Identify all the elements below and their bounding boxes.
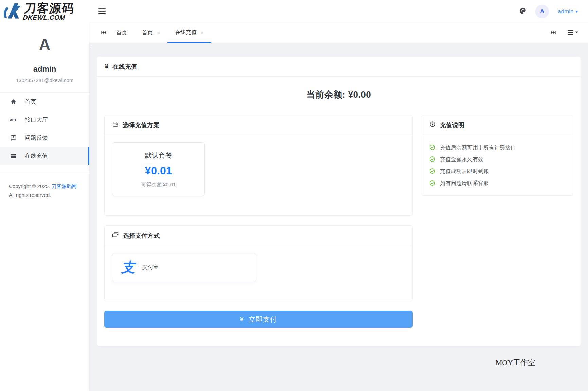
svg-text:?: ? bbox=[12, 136, 14, 139]
tab-label: 首页 bbox=[142, 29, 153, 36]
brand-title: 刀客源码 bbox=[23, 2, 75, 14]
check-circle-icon bbox=[429, 168, 435, 175]
copyright-link[interactable]: 刀客源码网 bbox=[51, 183, 77, 189]
api-icon: API bbox=[10, 118, 17, 122]
wallet-icon bbox=[112, 121, 119, 129]
payment-section: 选择支付方式 支 支付宝 bbox=[104, 225, 413, 301]
pay-now-label: 立即支付 bbox=[249, 314, 277, 324]
user-name: admin bbox=[558, 8, 573, 15]
payment-method-name: 支付宝 bbox=[142, 264, 159, 271]
tab-label: 首页 bbox=[116, 29, 127, 36]
plan-section: 选择充值方案 默认套餐 ¥0.01 可得余额 ¥0.01 bbox=[104, 115, 413, 216]
sidebar-item-feedback[interactable]: ? 问题反馈 bbox=[0, 129, 89, 147]
copyright-rights: All rights reserved. bbox=[9, 192, 51, 198]
sidebar: A admin 1302357281@dkewl.com 首页 API 接口大厅 bbox=[0, 23, 89, 391]
plan-description: 可得余额 ¥0.01 bbox=[141, 182, 176, 188]
recharge-card: ¥ 在线充值 当前余额: ¥0.00 bbox=[97, 57, 581, 346]
note-text: 如有问题请联系客服 bbox=[440, 180, 489, 187]
pay-now-button[interactable]: ¥ 立即支付 bbox=[104, 311, 413, 328]
header-avatar-letter: A bbox=[540, 8, 544, 15]
menu-caret-icon bbox=[568, 30, 578, 36]
note-text: 充值后余额可用于所有计费接口 bbox=[440, 144, 516, 151]
chevron-down-icon: ▾ bbox=[575, 9, 578, 14]
sidebar-avatar: A bbox=[0, 37, 89, 52]
sidebar-item-label: 接口大厅 bbox=[25, 116, 48, 124]
user-dropdown[interactable]: admin ▾ bbox=[558, 8, 578, 15]
note-item: 充值后余额可用于所有计费接口 bbox=[429, 142, 565, 154]
rewind-icon bbox=[101, 30, 107, 36]
close-icon[interactable]: × bbox=[201, 30, 204, 35]
plan-name: 默认套餐 bbox=[145, 151, 172, 160]
yen-icon: ¥ bbox=[240, 316, 243, 323]
header-avatar[interactable]: A bbox=[535, 5, 549, 18]
brand-text: 刀客源码 DKEWL.COM bbox=[23, 2, 75, 21]
notes-section: 充值说明 充值后余额可用于所有计费接口 bbox=[422, 115, 573, 196]
app-window: 刀客源码 DKEWL.COM bbox=[0, 0, 588, 391]
page-title: 在线充值 bbox=[112, 63, 137, 71]
sidebar-item-home[interactable]: 首页 bbox=[0, 93, 89, 111]
check-circle-icon bbox=[429, 156, 435, 164]
home-icon bbox=[10, 99, 17, 105]
recharge-card-body: 当前余额: ¥0.00 bbox=[97, 76, 581, 346]
collapse-handle-icon[interactable]: = bbox=[90, 44, 92, 49]
copyright-text: Copyright © 2025. bbox=[9, 183, 50, 189]
notes-section-header: 充值说明 bbox=[422, 115, 573, 135]
sidebar-user-block: A admin 1302357281@dkewl.com bbox=[0, 23, 89, 83]
recharge-card-header: ¥ 在线充值 bbox=[97, 57, 581, 76]
info-icon bbox=[429, 121, 436, 129]
feedback-icon: ? bbox=[10, 135, 17, 141]
sidebar-menu: 首页 API 接口大厅 ? 问题反馈 bbox=[0, 93, 89, 165]
plan-price: ¥0.01 bbox=[145, 165, 172, 177]
brand-domain: DKEWL.COM bbox=[23, 14, 74, 21]
tabs-scroll-left-button[interactable] bbox=[101, 30, 107, 36]
palette-icon bbox=[519, 7, 527, 16]
credit-card-icon bbox=[10, 153, 17, 159]
current-balance: 当前余额: ¥0.00 bbox=[104, 76, 573, 115]
top-header: A admin ▾ bbox=[89, 0, 588, 23]
tab-recharge-active[interactable]: 在线充值 × bbox=[167, 23, 211, 43]
header-logo-area: 刀客源码 DKEWL.COM bbox=[0, 0, 89, 23]
studio-watermark: MOY工作室 bbox=[97, 358, 535, 368]
note-text: 充值成功后即时到账 bbox=[440, 168, 489, 175]
note-item: 充值金额永久有效 bbox=[429, 154, 565, 166]
sidebar-email: 1302357281@dkewl.com bbox=[0, 77, 89, 83]
cards-icon bbox=[112, 231, 119, 240]
tabs-scroll-right-button[interactable] bbox=[550, 30, 556, 36]
tab-home[interactable]: 首页 × bbox=[135, 23, 167, 43]
payment-method-alipay[interactable]: 支 支付宝 bbox=[112, 253, 256, 282]
balance-label: 当前余额: bbox=[306, 89, 345, 100]
content-area: = ¥ 在线充值 当前余额: ¥0.00 bbox=[89, 43, 588, 391]
close-icon[interactable]: × bbox=[157, 30, 160, 35]
tab-options-button[interactable] bbox=[568, 30, 578, 36]
notes-section-title: 充值说明 bbox=[440, 121, 464, 129]
note-text: 充值金额永久有效 bbox=[440, 156, 483, 163]
alipay-icon: 支 bbox=[121, 261, 135, 274]
sidebar-username: admin bbox=[0, 65, 89, 74]
sidebar-item-api-hall[interactable]: API 接口大厅 bbox=[0, 111, 89, 129]
sidebar-item-label: 首页 bbox=[25, 98, 36, 106]
tab-home-pinned[interactable]: 首页 bbox=[109, 23, 135, 43]
balance-value: ¥0.00 bbox=[348, 89, 371, 100]
plan-section-header: 选择充值方案 bbox=[105, 115, 412, 135]
yen-icon: ¥ bbox=[105, 63, 108, 70]
theme-button[interactable] bbox=[519, 7, 527, 16]
check-circle-icon bbox=[429, 144, 435, 152]
note-item: 充值成功后即时到账 bbox=[429, 166, 565, 177]
sidebar-item-label: 在线充值 bbox=[25, 152, 48, 160]
sidebar-copyright: Copyright © 2025. 刀客源码网 All rights reser… bbox=[0, 173, 89, 200]
fast-forward-icon bbox=[550, 30, 556, 36]
tab-label: 在线充值 bbox=[175, 29, 197, 36]
sidebar-item-recharge[interactable]: 在线充值 bbox=[0, 147, 89, 165]
payment-section-title: 选择支付方式 bbox=[123, 232, 160, 240]
hamburger-icon bbox=[98, 7, 106, 16]
payment-section-header: 选择支付方式 bbox=[105, 226, 412, 245]
sidebar-item-label: 问题反馈 bbox=[25, 134, 48, 142]
sidebar-toggle-button[interactable] bbox=[98, 7, 106, 16]
plan-section-title: 选择充值方案 bbox=[123, 121, 159, 129]
brand-mark-icon bbox=[3, 1, 23, 22]
note-item: 如有问题请联系客服 bbox=[429, 177, 565, 189]
brand-logo[interactable]: 刀客源码 DKEWL.COM bbox=[3, 1, 74, 22]
check-circle-icon bbox=[429, 180, 435, 187]
plan-option-default[interactable]: 默认套餐 ¥0.01 可得余额 ¥0.01 bbox=[112, 142, 205, 196]
tab-bar: 首页 首页 × 在线充值 × bbox=[89, 23, 588, 43]
